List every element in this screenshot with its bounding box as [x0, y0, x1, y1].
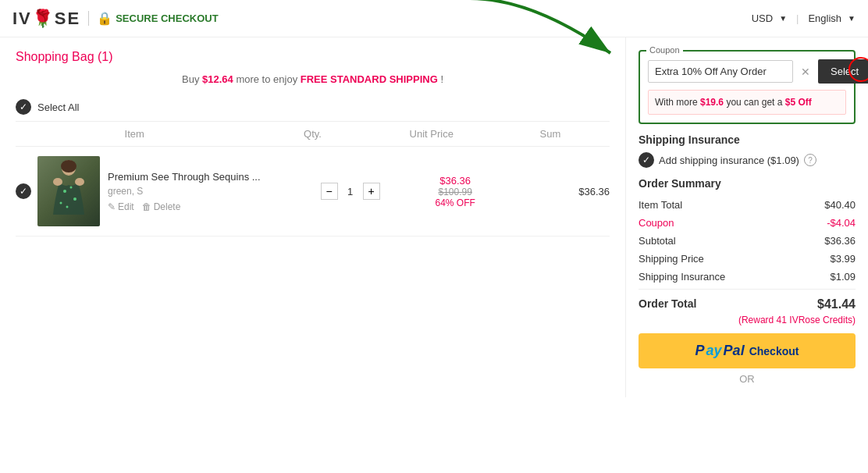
- subtotal-value: $36.36: [824, 235, 856, 247]
- product-variant: green, S: [108, 186, 293, 197]
- insurance-label: Add shipping insurance ($1.09): [659, 155, 799, 166]
- promo-mid: you can get a: [724, 97, 785, 108]
- price-current: $36.36: [400, 175, 510, 187]
- promo-discount: $5 Off: [785, 97, 812, 108]
- product-image-inner: [37, 156, 100, 226]
- qty-decrease-button[interactable]: −: [321, 183, 338, 200]
- item-total-label: Item Total: [639, 199, 682, 211]
- item-total-value: $40.40: [824, 199, 856, 211]
- select-all-checkbox[interactable]: ✓: [16, 99, 31, 115]
- help-icon[interactable]: ?: [804, 154, 816, 166]
- coupon-select-button[interactable]: Select: [818, 59, 868, 84]
- paypal-checkout-button[interactable]: PayPal Checkout: [639, 333, 856, 368]
- product-name: Premium See Through Sequins ...: [108, 171, 293, 183]
- shipping-notice: Buy $12.64 more to enjoy FREE STANDARD S…: [16, 73, 610, 85]
- shipping-price-label: Shipping Price: [639, 253, 704, 265]
- coupon-promo: With more $19.6 you can get a $5 Off: [648, 90, 846, 115]
- summary-total: Order Total $41.44: [639, 293, 856, 315]
- header: IV🌹SE 🔒 SECURE CHECKOUT USD ▼ | English …: [0, 0, 868, 37]
- paypal-checkout-text: Checkout: [749, 345, 799, 357]
- subtotal-label: Subtotal: [639, 235, 676, 247]
- total-label: Order Total: [639, 297, 696, 311]
- select-all-label[interactable]: Select All: [37, 101, 79, 113]
- shipping-amount: $12.64: [202, 73, 233, 85]
- svg-point-8: [75, 178, 84, 186]
- secure-checkout-label: SECURE CHECKOUT: [116, 12, 218, 24]
- insurance-summary-label: Shipping Insurance: [639, 271, 725, 283]
- main-content: Shopping Bag (1) Buy $12.64 more to enjo…: [0, 37, 868, 397]
- promo-prefix: With more: [655, 97, 700, 108]
- product-image: [37, 156, 100, 226]
- summary-divider: [639, 289, 856, 290]
- header-right: USD ▼ | English ▼: [752, 12, 856, 24]
- product-sum: $36.36: [510, 186, 610, 197]
- col-item-header: Item: [16, 128, 253, 140]
- paypal-p1: P: [695, 343, 705, 359]
- delete-label: Delete: [154, 201, 181, 212]
- col-unit-header: Unit Price: [372, 128, 491, 140]
- currency-selector[interactable]: USD: [752, 12, 773, 24]
- insurance-checkbox[interactable]: ✓: [639, 152, 654, 168]
- paypal-logo: PayPal: [695, 343, 745, 359]
- product-checkbox[interactable]: ✓: [16, 183, 31, 199]
- language-selector[interactable]: English: [808, 12, 841, 24]
- right-panel: Coupon ✕ Select With more $19.6 you can …: [626, 37, 868, 397]
- bag-title-text: Shopping Bag: [16, 50, 94, 63]
- insurance-summary-value: $1.09: [830, 271, 856, 283]
- edit-button[interactable]: ✎ Edit: [108, 201, 134, 212]
- shipping-free: FREE STANDARD SHIPPING: [301, 73, 438, 85]
- paypal-p2: ay: [706, 343, 722, 359]
- product-actions: ✎ Edit 🗑 Delete: [108, 201, 293, 212]
- coupon-clear-icon[interactable]: ✕: [798, 66, 813, 78]
- product-quantity: − 1 +: [301, 183, 400, 200]
- table-header: Item Qty. Unit Price Sum: [16, 122, 610, 147]
- price-original: $100.99: [400, 187, 510, 197]
- summary-item-total: Item Total $40.40: [639, 196, 856, 214]
- left-panel: Shopping Bag (1) Buy $12.64 more to enjo…: [0, 37, 626, 397]
- header-left: IV🌹SE 🔒 SECURE CHECKOUT: [12, 9, 219, 29]
- order-summary-title: Order Summary: [639, 177, 856, 190]
- coupon-label: Coupon: [646, 45, 683, 55]
- language-dropdown-icon[interactable]: ▼: [848, 14, 856, 23]
- coupon-input-row: ✕ Select: [648, 59, 846, 84]
- svg-point-7: [53, 178, 62, 186]
- select-all-row: ✓ Select All: [16, 93, 610, 122]
- delete-icon: 🗑: [142, 201, 151, 212]
- insurance-row: ✓ Add shipping insurance ($1.09) ?: [639, 152, 856, 168]
- svg-point-4: [60, 202, 62, 204]
- or-text: OR: [639, 373, 856, 385]
- col-sum-header: Sum: [491, 128, 610, 140]
- bag-count: (1): [98, 50, 113, 63]
- col-qty-header: Qty.: [253, 128, 372, 140]
- table-row: ✓: [16, 147, 610, 236]
- total-value: $41.44: [817, 297, 856, 311]
- summary-coupon: Coupon -$4.04: [639, 214, 856, 232]
- shipping-price-value: $3.99: [830, 253, 856, 265]
- coupon-summary-value: -$4.04: [827, 217, 856, 229]
- rewards-text: (Reward 41 IVRose Credits): [639, 315, 856, 325]
- summary-shipping: Shipping Price $3.99: [639, 250, 856, 268]
- secure-badge: 🔒 SECURE CHECKOUT: [88, 11, 218, 26]
- edit-label: Edit: [118, 201, 134, 212]
- promo-amount: $19.6: [700, 97, 724, 108]
- qty-increase-button[interactable]: +: [363, 183, 380, 200]
- shipping-prefix: Buy: [182, 73, 202, 85]
- lock-icon: 🔒: [97, 11, 112, 26]
- edit-icon: ✎: [108, 201, 116, 212]
- svg-point-2: [63, 190, 66, 193]
- shipping-mid: more to enjoy: [233, 73, 301, 85]
- logo: IV🌹SE: [12, 9, 80, 29]
- product-check-icon: ✓: [16, 183, 31, 199]
- bag-title: Shopping Bag (1): [16, 50, 610, 64]
- currency-dropdown-icon[interactable]: ▼: [779, 14, 787, 23]
- shipping-suffix: !: [438, 73, 443, 85]
- product-price: $36.36 $100.99 64% OFF: [400, 175, 510, 208]
- paypal-pal: Pal: [724, 343, 745, 359]
- coupon-input[interactable]: [648, 60, 793, 83]
- qty-value: 1: [343, 186, 358, 197]
- summary-insurance: Shipping Insurance $1.09: [639, 268, 856, 286]
- svg-point-1: [61, 160, 76, 172]
- coupon-section: Coupon ✕ Select With more $19.6 you can …: [639, 50, 856, 124]
- shipping-insurance-title: Shipping Insurance: [639, 133, 856, 146]
- delete-button[interactable]: 🗑 Delete: [142, 201, 181, 212]
